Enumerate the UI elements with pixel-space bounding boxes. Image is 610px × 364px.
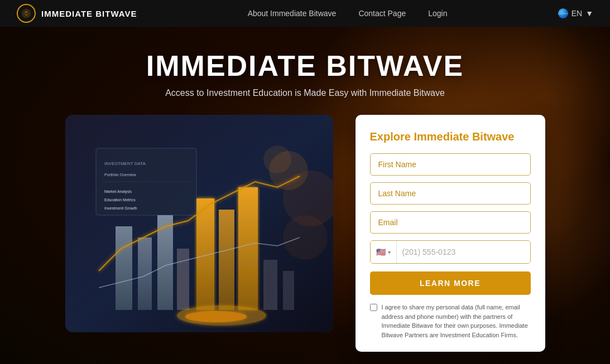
brand-logo-icon [17, 4, 36, 23]
phone-row: 🇺🇸 ▾ [370, 240, 531, 264]
first-name-input[interactable] [370, 153, 531, 176]
svg-text:Market Analysis: Market Analysis [104, 190, 132, 194]
svg-rect-12 [263, 260, 277, 310]
svg-rect-8 [177, 249, 189, 310]
svg-rect-5 [116, 226, 132, 310]
email-input[interactable] [370, 211, 531, 234]
hero-title-area: IMMEDIATE BITWAVE Access to Investment E… [135, 27, 475, 109]
contact-link[interactable]: Contact Page [358, 9, 406, 18]
hero-title: IMMEDIATE BITWAVE [146, 49, 464, 82]
brand: IMMEDIATE BITWAVE [17, 4, 137, 23]
consent-text: I agree to share my personal data (full … [382, 303, 531, 339]
hero-subtitle: Access to Investment Education is Made E… [146, 88, 464, 98]
flag-icon: 🇺🇸 [376, 247, 386, 256]
learn-more-button[interactable]: LEARN MORE [370, 271, 531, 295]
svg-text:Investment Growth: Investment Growth [104, 206, 137, 210]
hero-image-bg: INVESTMENT DATA Portfolio Overview Marke… [65, 115, 333, 332]
svg-point-22 [185, 311, 247, 322]
svg-text:Education Metrics: Education Metrics [104, 198, 136, 202]
hero-image: INVESTMENT DATA Portfolio Overview Marke… [65, 115, 333, 332]
brand-name: IMMEDIATE BITWAVE [41, 9, 137, 18]
svg-text:Portfolio Overview: Portfolio Overview [104, 173, 137, 177]
language-selector[interactable]: EN ▼ [558, 8, 593, 18]
svg-rect-10 [219, 210, 234, 310]
consent-checkbox[interactable] [370, 304, 377, 311]
globe-icon [558, 8, 568, 18]
svg-point-26 [263, 145, 291, 173]
language-label: EN [571, 9, 582, 18]
svg-rect-13 [283, 271, 294, 310]
navbar: IMMEDIATE BITWAVE About Immediate Bitwav… [0, 0, 610, 27]
form-title: Explore Immediate Bitwave [370, 130, 531, 143]
svg-point-25 [283, 215, 328, 260]
login-link[interactable]: Login [428, 9, 447, 18]
about-link[interactable]: About Immediate Bitwave [248, 9, 337, 18]
last-name-input[interactable] [370, 182, 531, 205]
hero-section: IMMEDIATE BITWAVE Access to Investment E… [0, 27, 610, 364]
svg-rect-11 [238, 187, 258, 310]
form-title-brand: Immediate Bitwave [414, 130, 514, 143]
nav-links: About Immediate Bitwave Contact Page Log… [248, 9, 448, 18]
phone-flag-selector[interactable]: 🇺🇸 ▾ [371, 241, 397, 263]
chart-visualization: INVESTMENT DATA Portfolio Overview Marke… [65, 115, 333, 332]
phone-chevron-icon: ▾ [388, 249, 391, 255]
hero-content: INVESTMENT DATA Portfolio Overview Marke… [12, 109, 598, 364]
svg-text:INVESTMENT DATA: INVESTMENT DATA [104, 161, 146, 166]
form-title-static: Explore [370, 130, 414, 143]
phone-input[interactable] [397, 241, 530, 263]
consent-row: I agree to share my personal data (full … [370, 303, 531, 339]
signup-form-card: Explore Immediate Bitwave 🇺🇸 ▾ LEARN MOR… [356, 115, 545, 352]
dropdown-arrow-icon: ▼ [585, 9, 593, 18]
